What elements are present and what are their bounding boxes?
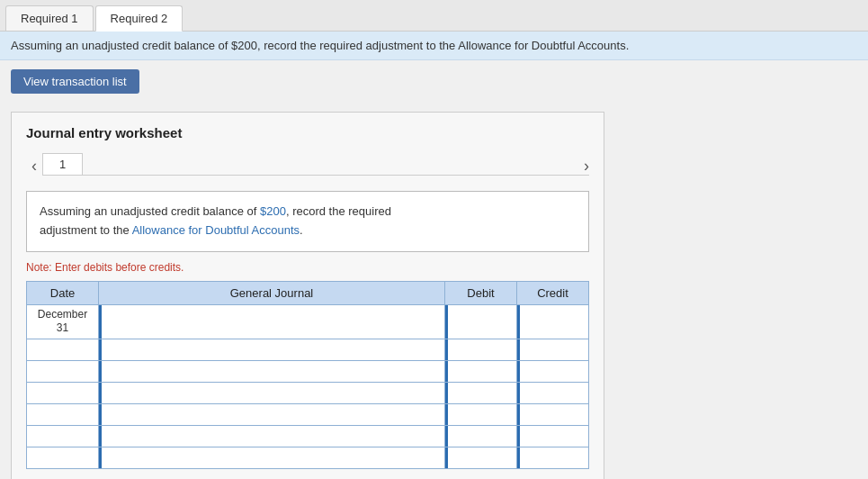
credit-input-5[interactable] [517, 426, 588, 447]
journal-input-5[interactable] [99, 426, 444, 447]
nav-row: ‹ 1 › [26, 153, 589, 178]
credit-input-4[interactable] [517, 404, 588, 425]
debit-input-6[interactable] [445, 447, 516, 468]
table-row-debit-3[interactable] [445, 382, 517, 403]
table-row-date-0: December31 [27, 304, 99, 339]
journal-input-4[interactable] [99, 404, 444, 425]
debit-input-1[interactable] [445, 339, 516, 360]
table-row-journal-3[interactable] [99, 382, 445, 403]
table-row-debit-4[interactable] [445, 403, 517, 425]
credit-input-6[interactable] [517, 447, 588, 468]
nav-next-arrow[interactable]: › [584, 153, 589, 178]
col-header-journal: General Journal [99, 281, 445, 304]
info-banner: Assuming an unadjusted credit balance of… [0, 32, 868, 60]
view-transaction-button[interactable]: View transaction list [11, 69, 139, 94]
credit-input-3[interactable] [517, 383, 588, 403]
debit-input-2[interactable] [445, 361, 516, 382]
nav-tab-1[interactable]: 1 [42, 153, 83, 175]
note-text: Note: Enter debits before credits. [26, 261, 589, 274]
table-row-credit-5[interactable] [517, 425, 589, 447]
journal-input-2[interactable] [99, 361, 444, 382]
debit-input-5[interactable] [445, 426, 516, 447]
table-row-date-3 [27, 382, 99, 403]
table-row-date-4 [27, 403, 99, 425]
desc-part1: Assuming an unadjusted credit balance of [40, 204, 260, 218]
debit-input-4[interactable] [445, 404, 516, 425]
table-row-credit-1[interactable] [517, 339, 589, 360]
desc-highlight2: Allowance for Doubtful Accounts [132, 223, 300, 237]
col-header-debit: Debit [445, 281, 517, 304]
tabs-bar: Required 1 Required 2 [0, 0, 868, 32]
col-header-credit: Credit [517, 281, 589, 304]
table-row-journal-6[interactable] [99, 447, 445, 468]
table-row-credit-4[interactable] [517, 403, 589, 425]
table-row-date-6 [27, 447, 99, 468]
desc-part2: , record the required [286, 204, 391, 218]
table-row-credit-0[interactable] [517, 304, 589, 339]
table-row-journal-5[interactable] [99, 425, 445, 447]
worksheet-box: Journal entry worksheet ‹ 1 › Assuming a… [11, 112, 604, 479]
table-row-date-5 [27, 425, 99, 447]
col-header-date: Date [27, 281, 99, 304]
table-row-journal-1[interactable] [99, 339, 445, 360]
table-row-debit-5[interactable] [445, 425, 517, 447]
debit-input-0[interactable] [445, 305, 516, 339]
credit-input-0[interactable] [517, 305, 588, 339]
desc-highlight1: $200 [260, 204, 286, 218]
tab-required2[interactable]: Required 2 [95, 5, 183, 32]
action-bar: View transaction list [0, 60, 868, 103]
table-row-journal-0[interactable] [99, 304, 445, 339]
desc-line2b: . [300, 223, 303, 237]
table-row-journal-4[interactable] [99, 403, 445, 425]
table-row-debit-1[interactable] [445, 339, 517, 360]
table-row-debit-2[interactable] [445, 360, 517, 382]
table-row-credit-6[interactable] [517, 447, 589, 468]
table-row-date-2 [27, 360, 99, 382]
nav-prev-arrow[interactable]: ‹ [26, 153, 42, 178]
table-row-debit-6[interactable] [445, 447, 517, 468]
description-box: Assuming an unadjusted credit balance of… [26, 191, 589, 252]
journal-input-6[interactable] [99, 447, 444, 468]
journal-input-0[interactable] [99, 305, 444, 339]
table-row-credit-2[interactable] [517, 360, 589, 382]
journal-table: Date General Journal Debit Credit Decemb… [26, 281, 589, 469]
table-row-date-1 [27, 339, 99, 360]
table-row-credit-3[interactable] [517, 382, 589, 403]
main-content: Journal entry worksheet ‹ 1 › Assuming a… [0, 103, 868, 479]
journal-input-1[interactable] [99, 339, 444, 360]
debit-input-3[interactable] [445, 383, 516, 403]
worksheet-title: Journal entry worksheet [26, 125, 589, 140]
tab-required1[interactable]: Required 1 [5, 5, 94, 31]
credit-input-2[interactable] [517, 361, 588, 382]
table-row-debit-0[interactable] [445, 304, 517, 339]
table-row-journal-2[interactable] [99, 360, 445, 382]
journal-input-3[interactable] [99, 383, 444, 403]
nav-tab-container: 1 [42, 153, 589, 176]
credit-input-1[interactable] [517, 339, 588, 360]
desc-line2a: adjustment to the [40, 223, 132, 237]
